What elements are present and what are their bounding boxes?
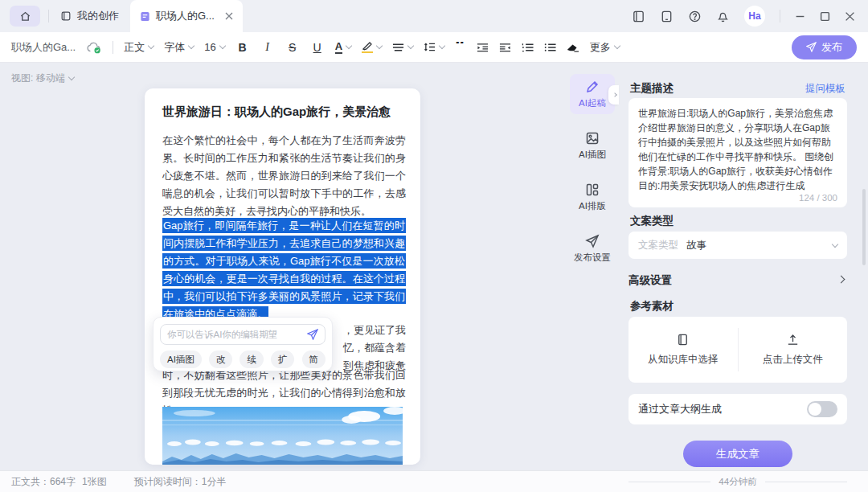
chevron-down-icon: [346, 43, 352, 49]
copy-type-dropdown[interactable]: 文案类型 故事: [628, 232, 847, 259]
copy-type-placeholder: 文案类型: [638, 239, 678, 252]
timestamp-divider: [628, 482, 710, 482]
line-height-icon: [424, 42, 436, 52]
line-height-dropdown[interactable]: [424, 42, 444, 52]
close-window-icon[interactable]: [845, 11, 855, 22]
publish-button[interactable]: 发布: [792, 35, 857, 59]
toolbar-divider: [113, 41, 113, 54]
font-size-dropdown[interactable]: 16: [204, 41, 224, 53]
home-icon: [19, 10, 31, 23]
layout-icon: [585, 182, 600, 197]
book-icon: [676, 333, 690, 346]
highlight-color-dropdown[interactable]: [362, 41, 382, 53]
font-color-dropdown[interactable]: A: [335, 41, 351, 54]
ai-rewrite-button[interactable]: 改: [209, 351, 233, 368]
outline-generate-card: 通过文章大纲生成: [628, 394, 847, 424]
send-icon[interactable]: [307, 329, 318, 340]
notifications-bell-icon[interactable]: [716, 10, 730, 23]
paper-plane-icon: [585, 234, 600, 248]
advanced-settings-label: 高级设置: [628, 273, 672, 288]
journal-icon[interactable]: [632, 10, 645, 23]
view-mode-label: 视图: 移动端: [11, 72, 65, 85]
align-dropdown[interactable]: [392, 43, 413, 52]
user-avatar[interactable]: Ha: [744, 6, 765, 27]
highlighter-icon: [362, 41, 373, 53]
view-mode-selector[interactable]: 视图: 移动端: [11, 72, 74, 85]
clear-format-eraser-icon[interactable]: [567, 42, 579, 52]
panel-scrollbar-thumb[interactable]: [862, 189, 866, 265]
toolbar-doc-title: 职场人的Ga...: [11, 40, 76, 55]
tab-ai-layout[interactable]: AI排版: [570, 177, 615, 217]
more-dropdown[interactable]: 更多: [590, 40, 620, 55]
image-count: 1张图: [82, 475, 107, 489]
text-selection: Gap旅行，即间隔年旅行，是一种让人们在短暂的时间内摆脱工作和学业压力，去追求自…: [162, 218, 406, 322]
article-paragraph-selected[interactable]: Gap旅行，即间隔年旅行，是一种让人们在短暂的时间内摆脱工作和学业压力，去追求自…: [162, 217, 406, 323]
ai-edit-input[interactable]: [167, 330, 302, 339]
tab-publish-settings[interactable]: 发布设置: [570, 228, 615, 269]
article-paragraph-1[interactable]: 在这个繁忙的社会中，每个人都在为了生活而奔波劳累。长时间的工作压力和紧张的生活节…: [162, 132, 406, 220]
tab-ai-illustration[interactable]: AI插图: [570, 125, 615, 166]
panel-collapse-handle[interactable]: [608, 85, 619, 105]
read-time: 预计阅读时间：1分半: [134, 475, 227, 489]
strikethrough-button[interactable]: S: [285, 41, 300, 54]
bold-button[interactable]: B: [235, 41, 250, 54]
folder-doc-icon: [60, 10, 72, 22]
topic-description-text[interactable]: 世界旅游日:职场人的Gap旅行，美景治愈焦虑介绍世界旅游日的意义，分享职场人在G…: [638, 106, 837, 193]
chevron-down-icon: [614, 43, 620, 49]
tab-ai-draft-label: AI起稿: [579, 97, 606, 109]
ai-quick-actions: AI插图 改 续 扩 简: [160, 351, 326, 368]
close-tab-icon[interactable]: [225, 12, 233, 20]
device-icon[interactable]: [660, 10, 674, 23]
ai-illustration-button[interactable]: AI插图: [160, 351, 202, 368]
outline-generate-label: 通过文章大纲生成: [638, 402, 722, 416]
ai-edit-popup: AI插图 改 续 扩 简: [153, 317, 333, 371]
maximize-icon[interactable]: [820, 11, 830, 22]
ai-expand-button[interactable]: 扩: [271, 351, 295, 368]
indent-increase-icon[interactable]: [477, 43, 489, 52]
home-button[interactable]: [10, 6, 40, 27]
char-counter: 124 / 300: [799, 193, 837, 203]
last-saved-timestamp: 44分钟前: [719, 476, 756, 488]
article-title[interactable]: 世界旅游日：职场人的Gap旅行，美景治愈: [162, 105, 403, 120]
unordered-list-icon[interactable]: [544, 43, 556, 52]
chevron-down-icon: [376, 43, 383, 49]
outline-generate-toggle[interactable]: [807, 401, 837, 417]
chevron-down-icon: [832, 240, 838, 247]
article-photo-sky-mountains[interactable]: [162, 407, 403, 465]
font-family-dropdown[interactable]: 字体: [164, 40, 194, 55]
ai-simplify-button[interactable]: 简: [302, 351, 326, 368]
font-color-icon: A: [335, 41, 342, 54]
paragraph-style-dropdown[interactable]: 正文: [124, 40, 154, 55]
word-count: 正文共：664字: [11, 475, 76, 489]
blockquote-button[interactable]: “: [455, 42, 466, 53]
help-icon[interactable]: [688, 10, 702, 23]
toggle-knob: [809, 403, 821, 416]
window-titlebar: 我的创作 职场人的G... Ha: [0, 0, 868, 32]
ai-edit-input-wrap: [160, 324, 326, 345]
document-icon: [140, 11, 150, 22]
chevron-down-icon: [188, 43, 194, 49]
fragment-line: 忆，都蕴含着: [341, 339, 406, 357]
chevron-down-icon: [148, 43, 154, 49]
ai-continue-button[interactable]: 续: [240, 351, 264, 368]
upload-file[interactable]: 点击上传文件: [739, 317, 848, 383]
italic-button[interactable]: I: [260, 41, 275, 54]
select-from-knowledge-base[interactable]: 从知识库中选择: [628, 317, 738, 383]
minimize-icon[interactable]: [795, 11, 805, 22]
status-bar: 正文共：664字 1张图 预计阅读时间：1分半 44分钟前: [0, 470, 868, 492]
chevron-right-icon: [837, 276, 845, 284]
fragment-line: ，更见证了我: [341, 322, 406, 339]
chevron-down-icon: [219, 43, 225, 49]
generate-article-button[interactable]: 生成文章: [683, 441, 792, 467]
my-creations-tab[interactable]: 我的创作: [49, 0, 130, 32]
advanced-settings-row[interactable]: 高级设置: [628, 273, 847, 288]
indent-decrease-icon[interactable]: [499, 43, 511, 52]
underline-button[interactable]: U: [310, 41, 325, 54]
document-canvas[interactable]: 世界旅游日：职场人的Gap旅行，美景治愈 在这个繁忙的社会中，每个人都在为了生活…: [145, 88, 420, 465]
document-tab[interactable]: 职场人的G...: [130, 0, 243, 32]
pencil-icon: [585, 80, 600, 94]
question-template-link[interactable]: 提问模板: [805, 82, 845, 96]
ordered-list-icon[interactable]: [522, 43, 534, 52]
window-controls-divider: [780, 10, 780, 23]
tab-ai-illustration-label: AI插图: [579, 149, 606, 161]
